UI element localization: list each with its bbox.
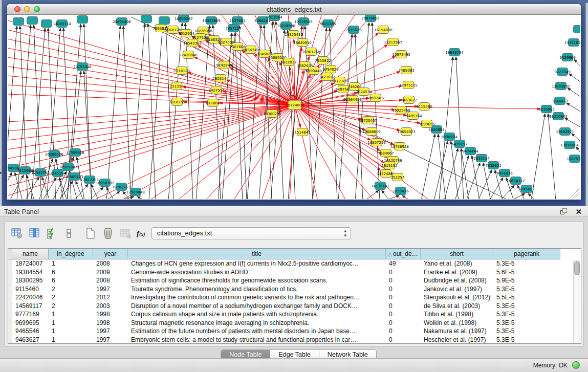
table-cell[interactable]: 18724007 <box>12 259 49 268</box>
table-cell[interactable]: 1 <box>49 336 93 344</box>
table-cell[interactable]: 5.6E-5 <box>493 268 560 277</box>
table-cell[interactable]: 0 <box>386 319 421 327</box>
float-window-icon[interactable] <box>560 208 568 215</box>
table-cell[interactable]: Tourette syndrome. Phenomenology and cla… <box>128 285 386 294</box>
table-cell[interactable]: 2 <box>49 285 93 294</box>
table-cell[interactable]: 9465546 <box>12 327 49 336</box>
table-cell[interactable]: 6 <box>49 276 93 285</box>
table-cell[interactable]: 5.9E-5 <box>493 276 560 285</box>
table-cell[interactable]: Yano et al. (2008) <box>421 259 493 268</box>
table-cell[interactable]: Genome-wide association studies in ADHD. <box>128 268 386 277</box>
table-cell[interactable]: 2 <box>49 302 93 311</box>
table-row[interactable]: 946554611997Estimation of the future num… <box>8 327 581 336</box>
table-settings-icon[interactable] <box>11 227 23 239</box>
table-cell[interactable]: 1 <box>49 319 93 327</box>
table-cell[interactable]: Nakamura et al. (1997) <box>421 327 493 336</box>
table-cell[interactable]: 1997 <box>93 336 128 344</box>
table-scrollbar-thumb[interactable] <box>574 261 580 275</box>
table-row[interactable]: 969969511998Structural magnetic resonanc… <box>8 319 581 327</box>
column-header-year[interactable]: year <box>93 249 128 259</box>
table-cell[interactable]: Disruption of a novel member of a sodium… <box>128 302 386 311</box>
table-row[interactable]: 977716911998Corpus callosum shape and si… <box>8 310 581 319</box>
table-cell[interactable]: 9115460 <box>12 285 49 294</box>
table-cell[interactable]: 1 <box>49 259 93 268</box>
table-cell[interactable]: 0 <box>386 268 421 277</box>
table-row[interactable]: 911546021997Tourette syndrome. Phenomeno… <box>8 285 581 294</box>
table-cell[interactable]: Estimation of significance thresholds fo… <box>128 276 386 285</box>
deselect-icon[interactable] <box>63 227 75 239</box>
network-window-titlebar[interactable]: citations_edges.txt <box>7 4 581 15</box>
table-cell[interactable]: 5.3E-5 <box>493 302 560 311</box>
network-node[interactable] <box>159 17 170 25</box>
table-cell[interactable]: de Silva et al. (2003) <box>421 302 493 311</box>
table-row[interactable]: 1872400712008Changes of HCN gene express… <box>8 259 581 268</box>
table-cell[interactable]: 6 <box>49 268 93 277</box>
column-header-short[interactable]: short <box>421 249 493 259</box>
memory-status-icon[interactable] <box>572 361 580 369</box>
table-cell[interactable]: Structural magnetic resonance image aver… <box>128 319 386 327</box>
column-header-title[interactable]: title <box>128 249 386 259</box>
table-cell[interactable]: 1 <box>49 310 93 319</box>
table-cell[interactable]: 1998 <box>93 319 128 327</box>
table-row[interactable]: 946362711997Embryonic stem cells: a mode… <box>8 336 581 344</box>
panel-collapse-handle[interactable]: ▸ <box>0 170 3 176</box>
table-row[interactable]: 1938455462009Genome-wide association stu… <box>8 268 581 277</box>
table-cell[interactable]: 5.3E-5 <box>493 310 560 319</box>
table-row[interactable]: 1830029562008Estimation of significance … <box>8 276 581 285</box>
table-cell[interactable]: 5.3E-5 <box>493 336 560 344</box>
table-cell[interactable]: 9699695 <box>12 319 49 327</box>
table-cell[interactable]: 5.3E-5 <box>493 327 560 336</box>
column-header-name[interactable]: name <box>12 249 49 259</box>
right-panel-divider[interactable] <box>585 3 588 206</box>
network-node[interactable] <box>13 18 24 26</box>
table-cell[interactable]: 1998 <box>93 310 128 319</box>
column-select-icon[interactable] <box>28 227 40 239</box>
table-cell[interactable]: 2003 <box>93 302 128 311</box>
table-cell[interactable]: 5.5E-5 <box>493 293 560 302</box>
table-cell[interactable]: 5.3E-5 <box>493 319 560 327</box>
table-cell[interactable]: 9463627 <box>12 336 49 344</box>
table-cell[interactable]: Tibbo et al. (1998) <box>421 310 493 319</box>
column-header-pagerank[interactable]: pagerank <box>493 249 560 259</box>
table-cell[interactable]: 49 <box>386 259 421 268</box>
row-select-icon[interactable] <box>46 227 58 239</box>
table-cell[interactable]: 19384554 <box>12 268 49 277</box>
table-cell[interactable]: Wolkin et al. (1998) <box>421 319 493 327</box>
table-cell[interactable]: 0 <box>386 293 421 302</box>
node-table[interactable]: namein_degreeyeartitle△out_de…shortpager… <box>8 248 581 344</box>
table-cell[interactable]: 14569117 <box>12 302 49 311</box>
network-node[interactable] <box>574 26 581 33</box>
new-file-icon[interactable] <box>84 227 97 239</box>
table-cell[interactable]: 9777169 <box>12 310 49 319</box>
table-cell[interactable]: 2008 <box>93 259 128 268</box>
table-cell[interactable]: 2 <box>49 293 93 302</box>
column-header-in_degree[interactable]: in_degree <box>49 249 93 259</box>
table-cell[interactable]: 5.3E-5 <box>493 285 560 294</box>
table-row[interactable]: 2242004622012Investigating the contribut… <box>8 293 581 302</box>
table-cell[interactable]: Investigating the contribution of common… <box>128 293 386 302</box>
table-cell[interactable]: 0 <box>386 285 421 294</box>
table-cell[interactable]: 1997 <box>93 327 128 336</box>
table-cell[interactable]: Embryonic stem cells: a model to study s… <box>128 336 386 344</box>
column-header-out_de[interactable]: △out_de… <box>386 249 421 259</box>
delete-rows-icon[interactable] <box>102 227 114 239</box>
table-cell[interactable]: Estimation of the future numbers of pati… <box>128 327 386 336</box>
table-cell[interactable]: 18300295 <box>12 276 49 285</box>
table-cell[interactable]: 0 <box>386 302 421 311</box>
table-cell[interactable]: Franke et al. (2009) <box>421 268 493 277</box>
table-cell[interactable]: 2012 <box>93 293 128 302</box>
table-header-row[interactable]: namein_degreeyeartitle△out_de…shortpager… <box>8 249 581 259</box>
table-cell[interactable]: 2009 <box>93 268 128 277</box>
table-scrollbar[interactable] <box>573 260 580 343</box>
table-cell[interactable]: 0 <box>386 276 421 285</box>
table-cell[interactable]: Hescheler et al. (1997) <box>421 336 493 344</box>
table-cell[interactable]: 2008 <box>93 276 128 285</box>
function-builder-icon[interactable]: f(x) <box>137 229 145 238</box>
table-cell[interactable]: Changes of HCN gene expression and I(f) … <box>128 259 386 268</box>
table-cell[interactable]: Corpus callosum shape and size in male p… <box>128 310 386 319</box>
table-cell[interactable]: 0 <box>386 336 421 344</box>
table-cell[interactable]: 1997 <box>93 285 128 294</box>
network-node[interactable] <box>27 17 38 25</box>
table-select-dropdown[interactable]: citations_edges.txt ▲▼ <box>151 227 351 239</box>
table-cell[interactable]: 1 <box>49 327 93 336</box>
